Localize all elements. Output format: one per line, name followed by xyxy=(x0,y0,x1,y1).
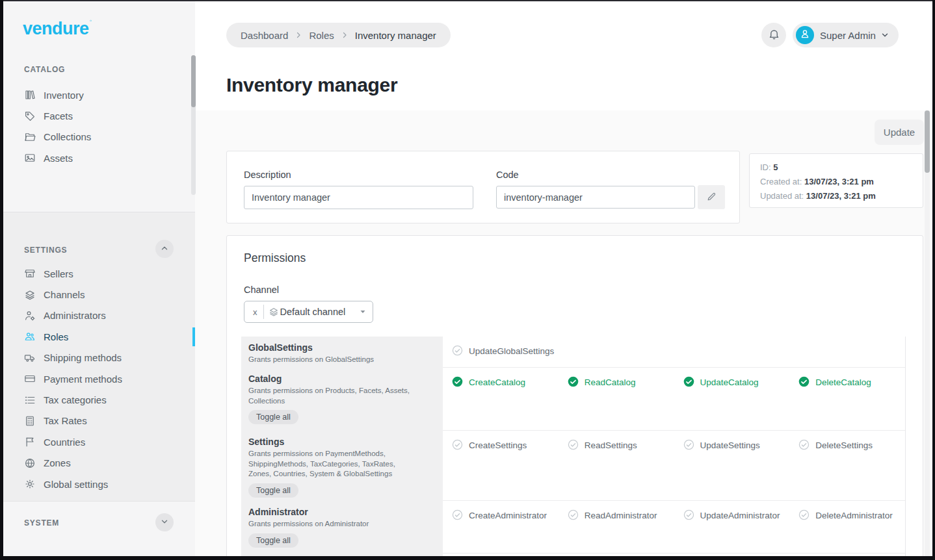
check-circle-unchecked-icon xyxy=(568,439,579,450)
page-scrollbar-track[interactable] xyxy=(925,110,930,556)
permission-checkbox-DeleteAdministrator[interactable]: DeleteAdministrator xyxy=(789,501,905,553)
sidebar-item-payment-methods[interactable]: Payment methods xyxy=(3,368,195,389)
sidebar-item-label: Facets xyxy=(44,110,73,121)
sidebar-section-system: SYSTEM xyxy=(3,508,195,547)
permission-checkbox-ReadSettings[interactable]: ReadSettings xyxy=(559,431,674,500)
description-input[interactable] xyxy=(244,186,473,209)
permission-group-description: Grants permissions on GlobalSettings xyxy=(248,355,417,365)
user-icon xyxy=(799,28,811,42)
calculator-icon xyxy=(24,415,36,427)
check-circle-unchecked-icon xyxy=(683,509,694,520)
empty-cell xyxy=(789,337,905,367)
breadcrumb-item-dashboard[interactable]: Dashboard xyxy=(241,30,288,41)
image-icon xyxy=(24,152,36,164)
section-heading-system: SYSTEM xyxy=(24,518,59,528)
sidebar-item-label: Roles xyxy=(44,331,68,342)
sidebar-item-facets[interactable]: Facets xyxy=(3,105,195,126)
entity-created-at: Created at: 13/07/23, 3:21 pm xyxy=(760,175,912,189)
sidebar-item-assets[interactable]: Assets xyxy=(3,147,195,168)
tag-icon xyxy=(24,110,36,122)
store-icon xyxy=(24,268,36,279)
permission-label: UpdateGlobalSettings xyxy=(469,346,554,356)
permission-group-Catalog: CatalogGrants permissions on Products, F… xyxy=(241,368,443,431)
permission-checkbox-DeleteCatalog[interactable]: DeleteCatalog xyxy=(789,368,905,430)
sidebar-item-label: Sellers xyxy=(44,268,73,279)
sidebar-item-global-settings[interactable]: Global settings xyxy=(3,474,195,494)
permission-label: CreateSettings xyxy=(469,440,527,450)
edit-code-button[interactable] xyxy=(698,185,725,209)
chip-divider xyxy=(263,305,264,319)
sidebar-item-zones[interactable]: Zones xyxy=(3,453,195,474)
toggle-all-button[interactable]: Toggle all xyxy=(248,483,298,498)
sidebar-item-administrators[interactable]: Administrators xyxy=(3,305,195,326)
pencil-icon xyxy=(706,191,717,204)
update-button[interactable]: Update xyxy=(875,120,924,145)
sidebar-item-shipping-methods[interactable]: Shipping methods xyxy=(3,348,195,368)
check-circle-checked-icon xyxy=(798,376,810,387)
section-heading-settings: SETTINGS xyxy=(24,246,67,255)
layers-icon xyxy=(24,289,36,301)
permission-label: DeleteSettings xyxy=(815,440,873,450)
trademark-mark: ◦ xyxy=(90,17,92,24)
permission-label: UpdateAdministrator xyxy=(700,511,780,520)
user-menu-button[interactable]: Super Admin xyxy=(793,23,899,47)
permission-label: ReadCatalog xyxy=(585,377,636,387)
globe-icon xyxy=(24,457,36,469)
sidebar-item-tax-rates[interactable]: Tax Rates xyxy=(3,411,195,431)
toggle-all-button[interactable]: Toggle all xyxy=(248,410,298,424)
permission-checkbox-CreateSettings[interactable]: CreateSettings xyxy=(443,431,559,500)
sidebar-item-label: Tax Rates xyxy=(44,415,87,426)
chevron-right-icon xyxy=(341,31,349,39)
sidebar-item-countries[interactable]: Countries xyxy=(3,431,195,452)
clear-channel-icon[interactable]: x xyxy=(250,307,260,317)
channel-select[interactable]: x Default channel xyxy=(244,301,373,323)
page-scrollbar-thumb[interactable] xyxy=(925,110,930,173)
sidebar-item-tax-categories[interactable]: Tax categories xyxy=(3,389,195,410)
check-circle-unchecked-icon xyxy=(683,439,694,450)
permission-checkbox-DeleteSettings[interactable]: DeleteSettings xyxy=(789,431,905,500)
role-detail-form-card: Description Code xyxy=(226,151,740,223)
notifications-button[interactable] xyxy=(761,23,786,47)
permission-label: ReadSettings xyxy=(585,440,637,450)
permission-checkbox-UpdateSettings[interactable]: UpdateSettings xyxy=(674,431,790,500)
sidebar-item-channels[interactable]: Channels xyxy=(3,284,195,305)
permission-group-description: Grants permissions on PaymentMethods, Sh… xyxy=(248,449,417,479)
permissions-table: GlobalSettingsGrants permissions on Glob… xyxy=(241,337,906,557)
user-gear-icon xyxy=(24,310,36,322)
permission-checkbox-UpdateAdministrator[interactable]: UpdateAdministrator xyxy=(674,501,790,553)
truck-icon xyxy=(24,352,36,364)
sidebar-item-label: Payment methods xyxy=(44,374,122,385)
permission-checkbox-UpdateGlobalSettings[interactable]: UpdateGlobalSettings xyxy=(443,337,559,367)
permission-row-GlobalSettings: GlobalSettingsGrants permissions on Glob… xyxy=(241,337,905,368)
check-circle-unchecked-icon xyxy=(452,509,463,520)
sidebar-item-collections[interactable]: Collections xyxy=(3,127,195,147)
settings-collapse-button[interactable] xyxy=(155,240,174,258)
permission-group-name: GlobalSettings xyxy=(248,342,417,353)
system-expand-button[interactable] xyxy=(155,513,174,531)
sidebar-item-sellers[interactable]: Sellers xyxy=(3,263,195,284)
permission-label: DeleteCatalog xyxy=(815,377,871,387)
toggle-all-button[interactable]: Toggle all xyxy=(248,533,298,548)
permission-label: CreateCatalog xyxy=(469,377,525,387)
book-icon xyxy=(24,89,36,101)
permission-label: DeleteAdministrator xyxy=(815,511,893,520)
vendure-logo[interactable]: vendure◦ xyxy=(23,17,92,39)
layers-icon xyxy=(269,307,279,317)
permission-checkbox-ReadCatalog[interactable]: ReadCatalog xyxy=(559,368,674,430)
folder-icon xyxy=(24,131,36,143)
entity-id: ID: 5 xyxy=(760,160,912,175)
sidebar-item-label: Zones xyxy=(44,457,71,468)
sidebar-item-inventory[interactable]: Inventory xyxy=(3,84,195,105)
permission-group-name: Administrator xyxy=(248,507,417,517)
breadcrumb-item-roles[interactable]: Roles xyxy=(309,30,334,41)
sidebar-section-catalog: CATALOG InventoryFacetsCollectionsAssets xyxy=(3,65,195,169)
permission-checkbox-ReadAdministrator[interactable]: ReadAdministrator xyxy=(559,501,674,553)
sidebar-scrollbar-thumb[interactable] xyxy=(191,55,196,107)
sidebar-item-roles[interactable]: Roles xyxy=(3,326,195,347)
permission-checkbox-CreateAdministrator[interactable]: CreateAdministrator xyxy=(443,501,559,553)
sidebar-item-label: Tax categories xyxy=(44,394,107,405)
permission-checkbox-CreateCatalog[interactable]: CreateCatalog xyxy=(443,368,559,430)
code-input[interactable] xyxy=(496,186,695,209)
permission-checkbox-UpdateCatalog[interactable]: UpdateCatalog xyxy=(674,368,790,430)
permission-group-Administrator: AdministratorGrants permissions on Admin… xyxy=(241,501,443,554)
